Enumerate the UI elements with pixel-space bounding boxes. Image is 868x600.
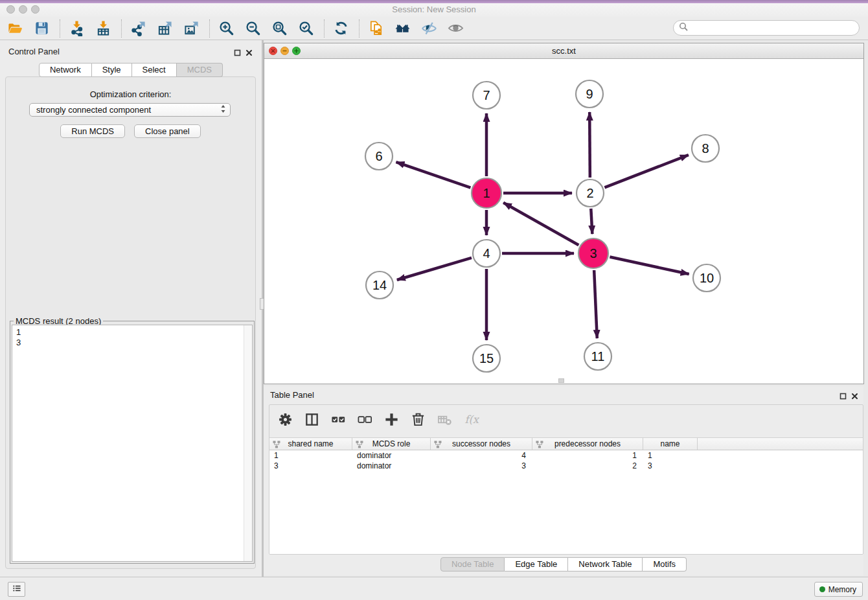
control-tab-mcds[interactable]: MCDS [177, 63, 223, 77]
table-cell[interactable]: 2 [532, 461, 643, 471]
delete-column-icon[interactable] [409, 409, 427, 430]
table-tab-node-table[interactable]: Node Table [440, 557, 505, 571]
close-table-panel-icon[interactable] [851, 391, 858, 402]
close-panel-button[interactable]: Close panel [134, 124, 201, 138]
zoom-out-icon[interactable] [243, 18, 262, 39]
toolbar-separator [60, 19, 60, 38]
graph-node-10[interactable]: 10 [693, 264, 720, 292]
save-session-icon[interactable] [32, 18, 51, 39]
svg-text:14: 14 [372, 278, 387, 292]
graph-node-3[interactable]: 3 [578, 238, 608, 268]
table-cell[interactable]: 4 [431, 450, 532, 461]
control-tab-style[interactable]: Style [92, 63, 132, 77]
float-table-panel-icon[interactable] [839, 391, 847, 402]
svg-text:1: 1 [483, 186, 490, 200]
table-panel-header: Table Panel [264, 386, 863, 403]
edge-2-9[interactable] [589, 112, 590, 178]
edge-3-11[interactable] [594, 270, 597, 338]
table-panel-tabs: Node TableEdge TableNetwork TableMotifs [264, 557, 863, 571]
control-panel-header: Control Panel [0, 40, 262, 62]
column-header-MCDS-role[interactable]: MCDS role [352, 438, 431, 450]
apply-layout-icon[interactable] [331, 18, 350, 39]
graph-node-8[interactable]: 8 [692, 135, 719, 162]
edge-2-3[interactable] [591, 209, 592, 234]
network-canvas[interactable]: 7968124314101511 [264, 59, 863, 384]
column-chooser-icon[interactable] [303, 409, 321, 430]
float-panel-icon[interactable] [234, 47, 241, 59]
column-header-name[interactable]: name [643, 438, 698, 450]
app-title: Session: New Session [0, 5, 868, 14]
toolbar-separator [209, 19, 210, 38]
table-cell[interactable]: 1 [269, 450, 352, 461]
column-header-successor-nodes[interactable]: successor nodes [431, 438, 532, 450]
table-cell[interactable]: 3 [269, 461, 352, 471]
table-cell[interactable]: 3 [431, 461, 532, 471]
control-tab-select[interactable]: Select [132, 63, 177, 77]
select-all-rows-icon[interactable] [329, 409, 347, 430]
edge-3-1[interactable] [503, 203, 578, 246]
table-row[interactable]: 3dominator323 [269, 461, 863, 471]
import-table-icon[interactable] [93, 18, 113, 39]
graph-node-11[interactable]: 11 [584, 343, 611, 370]
graph-node-9[interactable]: 9 [576, 80, 603, 108]
workspace-region: scc.txt 7968124314101511 Table Panel f(x… [264, 40, 868, 577]
table-cell[interactable]: dominator [352, 461, 431, 471]
edge-3-10[interactable] [610, 257, 689, 275]
column-header-predecessor-nodes[interactable]: predecessor nodes [532, 438, 643, 450]
import-network-icon[interactable] [67, 18, 86, 39]
zoom-in-icon[interactable] [216, 18, 236, 39]
table-row[interactable]: 1dominator411 [269, 450, 863, 461]
task-list-icon [11, 583, 23, 597]
edge-4-14[interactable] [397, 258, 472, 280]
optimization-select[interactable]: strongly connected component [29, 103, 231, 117]
edge-2-8[interactable] [604, 155, 689, 187]
run-mcds-button[interactable]: Run MCDS [60, 124, 125, 138]
table-cell[interactable]: 3 [643, 461, 698, 471]
column-label: MCDS role [372, 439, 411, 448]
close-panel-icon[interactable] [246, 47, 253, 59]
graph-node-2[interactable]: 2 [577, 179, 604, 207]
column-label: predecessor nodes [554, 439, 621, 448]
mcds-result-line: 3 [16, 338, 242, 348]
column-header-shared-name[interactable]: shared name [269, 438, 352, 450]
deselect-all-rows-icon[interactable] [356, 409, 374, 430]
search-input[interactable] [688, 23, 854, 33]
network-graph[interactable]: 7968124314101511 [264, 59, 863, 384]
table-cell[interactable]: 1 [532, 450, 643, 461]
show-all-icon[interactable] [446, 18, 465, 39]
edge-1-6[interactable] [396, 162, 470, 187]
svg-text:2: 2 [586, 186, 593, 200]
table-cell[interactable]: dominator [352, 450, 431, 461]
task-history-button[interactable] [8, 582, 25, 597]
control-tab-network[interactable]: Network [39, 63, 92, 77]
clone-network-icon[interactable] [366, 18, 385, 39]
first-neighbors-icon[interactable] [393, 18, 412, 39]
table-tab-motifs[interactable]: Motifs [643, 557, 687, 571]
toolbar-separator [121, 19, 122, 38]
export-image-icon[interactable] [181, 18, 201, 39]
mcds-result-textarea[interactable]: 13 [12, 325, 253, 562]
graph-node-14[interactable]: 14 [366, 271, 393, 299]
result-scrollbar[interactable] [244, 325, 252, 561]
open-session-icon[interactable] [5, 18, 25, 39]
graph-node-7[interactable]: 7 [473, 82, 500, 109]
mcds-result-lines: 13 [16, 327, 242, 348]
export-network-icon[interactable] [128, 18, 148, 39]
svg-text:3: 3 [589, 246, 597, 260]
graph-node-15[interactable]: 15 [473, 345, 500, 372]
table-tab-network-table[interactable]: Network Table [568, 557, 643, 571]
table-settings-icon[interactable] [276, 409, 294, 430]
hide-selected-icon[interactable] [419, 18, 439, 39]
export-table-icon[interactable] [155, 18, 174, 39]
graph-node-6[interactable]: 6 [365, 143, 393, 170]
graph-node-4[interactable]: 4 [473, 240, 500, 267]
graph-node-1[interactable]: 1 [472, 178, 501, 208]
zoom-selected-icon[interactable] [296, 18, 315, 39]
canvas-scroll-thumb[interactable] [558, 378, 564, 383]
zoom-fit-icon[interactable] [269, 18, 289, 39]
memory-label: Memory [828, 585, 856, 594]
add-column-icon[interactable] [382, 409, 400, 430]
table-tab-edge-table[interactable]: Edge Table [505, 557, 568, 571]
memory-button[interactable]: Memory [814, 582, 863, 597]
table-cell[interactable]: 1 [643, 450, 698, 461]
